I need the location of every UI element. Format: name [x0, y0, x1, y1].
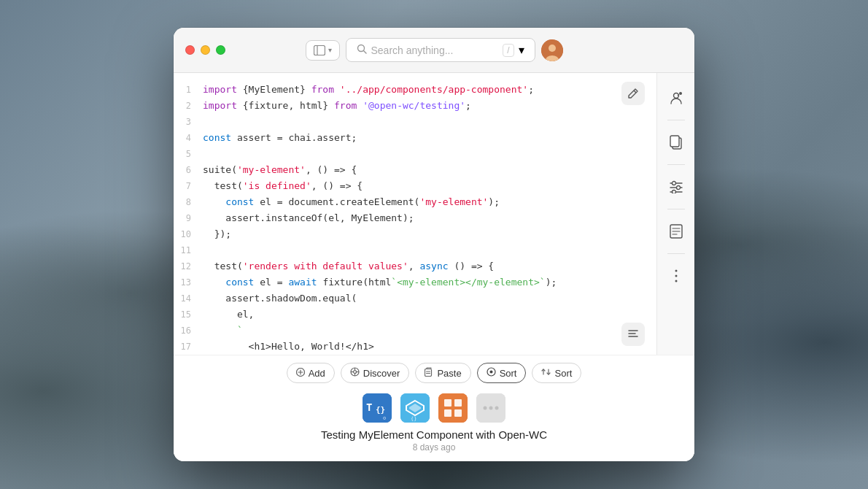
table-row: 6 suite('my-element', () => { [174, 162, 656, 178]
sidebar-toggle-button[interactable]: ▾ [306, 40, 340, 61]
svg-rect-56 [444, 409, 452, 417]
svg-rect-0 [314, 45, 325, 55]
svg-rect-54 [444, 399, 452, 407]
grid-icon-svg [438, 393, 468, 423]
table-row: 16 ` [174, 323, 656, 339]
separator [667, 253, 685, 254]
main-window: ▾ Search anything... / ▾ [174, 28, 694, 461]
svg-rect-38 [425, 369, 432, 377]
footer-subtitle: 8 days ago [185, 442, 683, 453]
table-row: 9 assert.instanceOf(el, MyElement); [174, 210, 656, 226]
chevron-icon: ▾ [328, 46, 332, 54]
minimize-button[interactable] [201, 45, 210, 55]
table-row: 11 [174, 242, 656, 258]
traffic-lights [185, 45, 225, 55]
wc-icon-svg: {} [400, 393, 430, 423]
edit-button[interactable] [621, 82, 645, 105]
table-row: 7 test('is defined', () => { [174, 178, 656, 194]
layout-icon [314, 45, 325, 55]
svg-point-26 [675, 270, 677, 272]
align-button[interactable] [621, 323, 645, 346]
placeholder-filetype-icon[interactable] [476, 393, 505, 423]
svg-point-60 [489, 407, 493, 410]
sort-button-2[interactable]: Sort [532, 363, 581, 383]
search-bar[interactable]: Search anything... / ▾ [346, 38, 535, 62]
footer-label: Testing MyElement Component with Open-WC… [174, 426, 694, 461]
svg-point-12 [679, 92, 682, 95]
svg-point-5 [549, 45, 556, 52]
svg-line-7 [634, 91, 636, 93]
separator [667, 164, 685, 165]
sliders-button[interactable] [663, 174, 689, 200]
footer-title: Testing MyElement Component with Open-WC [185, 428, 683, 441]
ts-filetype-icon[interactable]: T {} ⚙ [363, 393, 392, 423]
maximize-button[interactable] [216, 45, 225, 55]
table-row: 3 [174, 114, 656, 130]
paste-icon [425, 367, 433, 379]
separator [667, 120, 685, 120]
svg-rect-53 [438, 393, 468, 423]
paste-button[interactable]: Paste [415, 363, 470, 383]
wc-filetype-icon[interactable]: {} [400, 393, 430, 423]
table-row: 2 import {fixture, html} from '@open-wc/… [174, 98, 656, 114]
sort-arrows-icon [541, 367, 551, 379]
search-placeholder: Search anything... [371, 45, 499, 56]
more-button[interactable] [663, 263, 689, 289]
table-row: 13 const el = await fixture(html`<my-ele… [174, 274, 656, 290]
action-bar: Add Discover [174, 355, 694, 389]
right-sidebar [656, 73, 694, 355]
search-icon [357, 44, 367, 56]
svg-rect-15 [670, 136, 679, 147]
table-row: 10 }); [174, 226, 656, 242]
svg-point-17 [672, 182, 675, 185]
table-row: 4 const assert = chai.assert; [174, 130, 656, 146]
svg-text:T: T [366, 401, 372, 413]
titlebar: ▾ Search anything... / ▾ [174, 28, 694, 73]
discover-button[interactable]: Discover [341, 363, 410, 383]
grid-filetype-icon[interactable] [438, 393, 468, 423]
add-button[interactable]: Add [287, 363, 335, 383]
table-row: 14 assert.shadowDom.equal( [174, 290, 656, 307]
svg-point-21 [672, 190, 675, 194]
svg-point-33 [353, 371, 356, 374]
table-row: 12 test('renders with default values', a… [174, 258, 656, 274]
plus-icon [296, 367, 305, 379]
table-row: 8 const el = document.createElement('my-… [174, 194, 656, 210]
avatar[interactable] [541, 39, 563, 61]
table-row: 1 import {MyElement} from '../app/compon… [174, 82, 656, 98]
main-content: 1 import {MyElement} from '../app/compon… [174, 73, 694, 355]
code-lines: 1 import {MyElement} from '../app/compon… [174, 73, 656, 355]
svg-point-28 [675, 280, 677, 282]
person-link-button[interactable] [663, 85, 689, 111]
svg-rect-57 [454, 409, 462, 417]
toolbar-center: ▾ Search anything... / ▾ [306, 38, 563, 62]
svg-point-59 [484, 407, 487, 410]
ts-icon-svg: T {} ⚙ [363, 393, 392, 423]
copy-button[interactable] [663, 129, 689, 155]
search-shortcut: / [503, 44, 514, 57]
placeholder-icon-svg [476, 393, 505, 423]
sort-circle-icon [487, 367, 496, 379]
svg-point-27 [675, 275, 677, 277]
discover-icon [350, 367, 360, 379]
svg-rect-55 [454, 399, 462, 407]
svg-point-61 [495, 407, 499, 410]
table-row: 5 [174, 146, 656, 162]
table-row: 15 el, [174, 307, 656, 323]
svg-point-19 [676, 186, 680, 190]
svg-line-3 [363, 51, 366, 54]
svg-text:{}: {} [411, 416, 416, 422]
svg-point-42 [489, 371, 492, 374]
svg-text:{}: {} [376, 405, 385, 415]
notes-button[interactable] [663, 218, 689, 244]
avatar-image [541, 39, 563, 61]
table-row: 17 <h1>Hello, World!</h1> [174, 339, 656, 355]
filetype-row: T {} ⚙ {} [174, 389, 694, 426]
search-chevron-icon: ▾ [519, 43, 524, 57]
code-editor: 1 import {MyElement} from '../app/compon… [174, 73, 656, 355]
close-button[interactable] [185, 45, 195, 55]
separator [667, 209, 685, 209]
sort-button-1[interactable]: Sort [477, 363, 527, 383]
